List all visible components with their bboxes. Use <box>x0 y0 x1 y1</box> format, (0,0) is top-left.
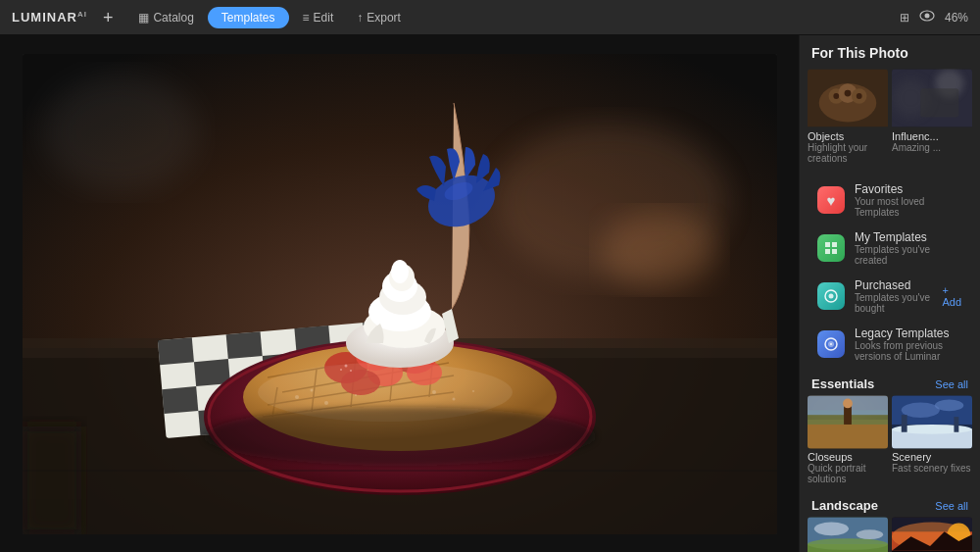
for-this-photo-grid: Objects Highlight your creations Influen… <box>808 69 972 168</box>
influence-label: Influenc... <box>892 130 972 142</box>
nav-templates[interactable]: Templates <box>208 7 289 28</box>
svg-point-4 <box>601 211 718 289</box>
svg-rect-79 <box>825 242 830 247</box>
export-icon: ↑ <box>357 11 363 25</box>
catalog-icon: ▦ <box>138 11 149 25</box>
thumb-scenery[interactable]: Scenery Fast scenery fixes <box>892 395 972 484</box>
main-layout: For This Photo Objects H <box>0 35 980 552</box>
svg-rect-17 <box>162 386 198 414</box>
scenery-thumb <box>892 395 972 449</box>
photo-container <box>16 51 783 536</box>
my-templates-label: My Templates <box>855 230 962 244</box>
photo-svg <box>23 54 777 534</box>
landscape2-thumb <box>892 517 972 552</box>
svg-point-60 <box>391 260 409 283</box>
closeups-label: Closeups <box>808 451 888 463</box>
svg-point-72 <box>845 90 852 97</box>
svg-point-63 <box>204 407 596 466</box>
svg-rect-103 <box>954 417 958 432</box>
list-item-purchased[interactable]: Purchased Templates you've bought + Add <box>806 273 974 320</box>
svg-point-5 <box>42 74 199 191</box>
view-icon: ⊞ <box>900 11 909 25</box>
legacy-sub: Looks from previous versions of Luminar <box>855 340 962 362</box>
svg-point-73 <box>857 93 862 99</box>
closeups-sub: Quick portrait solutions <box>808 463 888 484</box>
template-objects[interactable]: Objects Highlight your creations <box>808 69 888 168</box>
essentials-see-all[interactable]: See all <box>935 378 968 390</box>
panel-list: ♥ Favorites Your most loved Templates <box>800 176 980 369</box>
my-templates-sub: Templates you've created <box>855 244 962 266</box>
list-item-favorites[interactable]: ♥ Favorites Your most loved Templates <box>806 176 974 224</box>
svg-rect-81 <box>825 249 830 254</box>
landscape-grid <box>800 517 980 552</box>
template-influence[interactable]: Influenc... Amazing ... <box>892 69 972 168</box>
photo-display <box>23 54 777 534</box>
purchased-add-action[interactable]: + Add <box>943 284 963 308</box>
list-item-legacy[interactable]: Legacy Templates Looks from previous ver… <box>806 321 974 368</box>
for-this-photo-section: Objects Highlight your creations Influen… <box>800 69 980 176</box>
objects-thumb-img <box>808 69 888 127</box>
essentials-section-header: Essentials See all <box>800 369 980 395</box>
app-logo: LUMINARAI <box>12 10 87 25</box>
svg-rect-80 <box>832 242 837 247</box>
for-this-photo-title: For This Photo <box>800 35 980 69</box>
topbar: LUMINARAI + ▦ Catalog Templates ≡ Edit ↑… <box>0 0 980 35</box>
topbar-nav: ▦ Catalog Templates ≡ Edit ↑ Export <box>128 7 410 28</box>
svg-rect-78 <box>920 88 958 117</box>
influence-thumb-img <box>892 69 972 127</box>
objects-sub: Highlight your creations <box>808 142 888 164</box>
svg-rect-9 <box>157 337 193 365</box>
topbar-right: ⊞ 46% <box>900 10 968 25</box>
purchased-sub: Templates you've bought <box>855 292 933 314</box>
favorites-sub: Your most loved Templates <box>855 196 962 218</box>
svg-point-71 <box>833 93 839 99</box>
svg-rect-64 <box>23 427 81 534</box>
svg-point-51 <box>432 390 436 394</box>
purchased-label: Purchased <box>855 278 933 292</box>
zoom-level: 46% <box>945 11 968 25</box>
svg-rect-102 <box>902 415 907 432</box>
essentials-grid: Closeups Quick portrait solutions <box>800 395 980 490</box>
landscape1-thumb <box>808 517 888 552</box>
svg-point-84 <box>829 294 834 299</box>
legacy-label: Legacy Templates <box>855 326 962 340</box>
list-item-my-templates[interactable]: My Templates Templates you've created <box>806 225 974 272</box>
legacy-icon <box>817 330 845 358</box>
influence-sub: Amazing ... <box>892 142 972 153</box>
svg-point-52 <box>452 397 455 400</box>
view-toggle-button[interactable]: ⊞ <box>900 11 909 25</box>
svg-rect-110 <box>808 518 888 552</box>
my-templates-icon <box>817 234 845 262</box>
thumb-closeups[interactable]: Closeups Quick portrait solutions <box>808 395 888 484</box>
thumb-landscape2[interactable] <box>892 517 972 552</box>
nav-catalog[interactable]: ▦ Catalog <box>128 7 203 28</box>
svg-rect-82 <box>832 249 837 254</box>
eye-button[interactable] <box>919 10 935 25</box>
eye-icon <box>919 11 935 25</box>
landscape-section-header: Landscape See all <box>800 490 980 517</box>
svg-point-53 <box>472 390 474 392</box>
svg-point-47 <box>295 395 299 399</box>
svg-rect-10 <box>225 331 262 359</box>
nav-edit[interactable]: ≡ Edit <box>293 7 344 28</box>
nav-export[interactable]: ↑ Export <box>347 7 411 28</box>
scenery-sub: Fast scenery fixes <box>892 463 972 474</box>
svg-point-48 <box>310 388 313 391</box>
favorites-icon: ♥ <box>817 186 845 214</box>
favorites-label: Favorites <box>855 182 962 196</box>
objects-label: Objects <box>808 130 888 142</box>
svg-point-87 <box>830 343 832 345</box>
closeups-thumb <box>808 395 888 449</box>
landscape-see-all[interactable]: See all <box>935 500 968 512</box>
svg-point-50 <box>355 394 357 396</box>
svg-point-49 <box>324 401 328 405</box>
photo-area <box>0 35 799 552</box>
svg-point-1 <box>924 14 929 19</box>
thumb-landscape1[interactable] <box>808 517 888 552</box>
edit-icon: ≡ <box>303 11 310 25</box>
purchased-icon <box>817 282 845 310</box>
essentials-label: Essentials <box>811 376 874 391</box>
add-button[interactable]: + <box>103 9 114 26</box>
right-panel: For This Photo Objects H <box>799 35 980 552</box>
scenery-label: Scenery <box>892 451 972 463</box>
